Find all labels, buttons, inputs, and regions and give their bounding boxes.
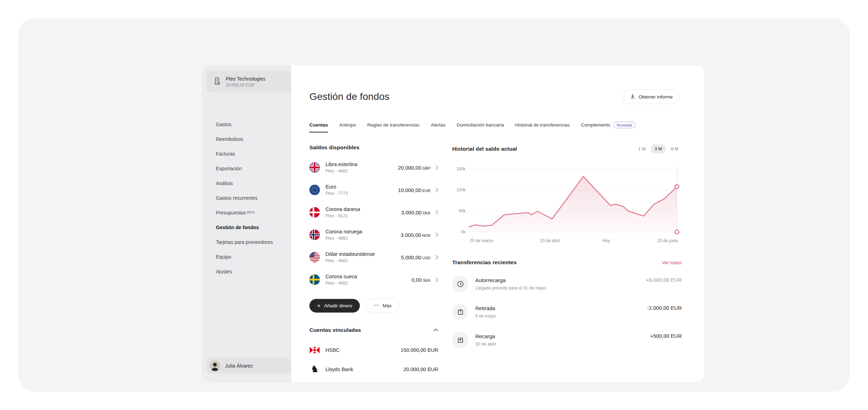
beta-tag: BETA — [247, 211, 255, 214]
deposit-icon — [452, 332, 468, 348]
app-canvas: Pleo Technologies 20.000,00 EUR Gastos R… — [18, 18, 850, 392]
account-amount: 0,00SEK — [412, 277, 430, 283]
range-6m[interactable]: 6 M — [667, 144, 682, 153]
add-money-button[interactable]: + Añadir dinero — [309, 299, 360, 313]
sidebar-item-analisis[interactable]: Análisis — [202, 176, 291, 191]
org-name: Pleo Technologies — [226, 76, 265, 82]
tab-reglas-de-transferencias[interactable]: Reglas de transferencias — [367, 122, 419, 128]
account-row-gbp[interactable]: Libra esterlina Pleo - 4682 20.000,00GBP — [309, 156, 438, 179]
svg-text:0k: 0k — [461, 230, 466, 234]
withdraw-icon — [452, 304, 468, 320]
account-sub: Pleo - 7773 — [326, 191, 348, 196]
building-icon — [212, 76, 222, 87]
svg-text:150k: 150k — [456, 166, 466, 171]
chart-end-marker — [675, 185, 679, 189]
svg-text:50k: 50k — [459, 209, 466, 213]
chart-end-marker — [675, 230, 679, 234]
account-row-sek[interactable]: Corona sueca Pleo - 4682 0,00SEK — [309, 268, 438, 291]
sidebar-item-equipo[interactable]: Equipo — [202, 250, 291, 264]
chevron-up-icon[interactable] — [433, 329, 438, 332]
transfer-row-recarga[interactable]: Recarga 30 de abril +500,00 EUR — [452, 326, 682, 354]
account-row-dkk[interactable]: Corona danesa Pleo - 9121 3.000,00DKK — [309, 201, 438, 224]
transfer-title: Retirada — [475, 305, 496, 311]
chart-header: Historial del saldo actual 1 M 3 M 6 M — [452, 144, 682, 153]
tab-alertas[interactable]: Alertas — [431, 122, 446, 128]
account-amount: 5.000,00USD — [401, 254, 430, 260]
bank-row-hsbc[interactable]: HSBC 150.000,00 EUR — [309, 340, 438, 360]
chevron-right-icon — [435, 165, 438, 170]
sidebar-item-presupuestos[interactable]: PresupuestosBETA — [202, 205, 291, 220]
sidebar-item-gastos[interactable]: Gastos — [202, 117, 291, 132]
currency-code: EUR — [422, 189, 430, 193]
currency-code: USD — [422, 256, 430, 260]
chevron-right-icon — [435, 187, 438, 192]
transfer-amount: -2.000,00 EUR — [647, 305, 682, 311]
app-window: Pleo Technologies 20.000,00 EUR Gastos R… — [202, 66, 704, 382]
account-name: Corona sueca — [326, 274, 357, 279]
currency-code: GBP — [422, 166, 430, 170]
screen: Pleo Technologies 20.000,00 EUR Gastos R… — [0, 0, 868, 410]
account-amount: 10.000,00EUR — [398, 187, 430, 193]
sidebar-item-ajustes[interactable]: Ajustes — [202, 264, 291, 279]
account-row-eur[interactable]: Euro Pleo - 7773 10.000,00EUR — [309, 179, 438, 201]
sidebar-item-exportacion[interactable]: Exportación — [202, 161, 291, 176]
range-3m[interactable]: 3 M — [651, 144, 665, 153]
bank-row-lloyds[interactable]: ♞ Lloyds Bank 20.000,00 EUR — [309, 360, 438, 379]
user-menu[interactable]: Julia Álvarez — [206, 358, 291, 374]
chevron-right-icon — [435, 210, 438, 215]
clock-icon — [452, 276, 468, 292]
chevron-right-icon — [435, 255, 438, 260]
transfers-title: Transferencias recientes — [452, 259, 517, 266]
org-balance: 20.000,00 EUR — [226, 83, 265, 88]
balances-column: Saldos disponibles — [309, 144, 438, 379]
denmark-flag-icon — [309, 207, 320, 218]
view-all-link[interactable]: Ver todas — [662, 260, 682, 265]
tab-bar: Cuentas Anticipo Reglas de transferencia… — [309, 122, 636, 129]
transfer-sub: Llegada prevista para el 31 de mayo — [475, 286, 546, 291]
balance-chart: 150k100k50k0k20 de marzo20 de abrilHoy20… — [452, 160, 682, 245]
sidebar: Pleo Technologies 20.000,00 EUR Gastos R… — [202, 66, 291, 382]
currency-code: DKK — [422, 211, 430, 215]
bank-list: HSBC 150.000,00 EUR ♞ Lloyds Bank 20.000… — [309, 340, 438, 379]
novedad-badge: Novedad — [613, 122, 636, 128]
sidebar-item-tarjetas-proveedores[interactable]: Tarjetas para proveedores — [202, 235, 291, 250]
transfers-header: Transferencias recientes Ver todas — [452, 259, 682, 266]
account-row-nok[interactable]: Corona noruega Pleo - 4682 3.000,00NOK — [309, 224, 438, 246]
user-name: Julia Álvarez — [225, 363, 253, 369]
tab-complemento[interactable]: Complemento Novedad — [581, 122, 636, 129]
currency-code: SEK — [423, 278, 430, 282]
linked-accounts-header: Cuentas vinculadas — [309, 327, 438, 333]
sidebar-item-gastos-recurrentes[interactable]: Gastos recurrentes — [202, 191, 291, 205]
bank-name: HSBC — [326, 347, 340, 353]
account-row-usd[interactable]: Dólar estadounidense Pleo - 4682 5.000,0… — [309, 246, 438, 268]
tab-historial-de-transferencias[interactable]: Historial de transferencias — [515, 122, 570, 128]
download-icon — [630, 94, 635, 100]
chevron-right-icon — [435, 232, 438, 237]
tab-domiciliacion-bancaria[interactable]: Domiciliación bancaria — [457, 122, 504, 128]
tab-cuentas[interactable]: Cuentas — [309, 122, 328, 128]
org-texts: Pleo Technologies 20.000,00 EUR — [226, 76, 265, 88]
org-switcher[interactable]: Pleo Technologies 20.000,00 EUR — [206, 71, 291, 93]
tab-anticipo[interactable]: Anticipo — [339, 122, 356, 128]
sidebar-item-gestion-de-fondos[interactable]: Gestión de fondos — [202, 220, 291, 235]
get-report-button[interactable]: Obtener informe — [623, 89, 680, 104]
account-name: Corona noruega — [326, 229, 362, 234]
page-title: Gestión de fondos — [309, 91, 390, 102]
transfer-sub: 5 de mayo — [475, 314, 496, 319]
sidebar-item-reembolsos[interactable]: Reembolsos — [202, 132, 291, 146]
transfer-row-autorrecarga[interactable]: Autorrecarga Llegada prevista para el 31… — [452, 270, 682, 298]
sidebar-item-facturas[interactable]: Facturas — [202, 146, 291, 161]
range-selector: 1 M 3 M 6 M — [635, 144, 682, 153]
transfer-row-retirada[interactable]: Retirada 5 de mayo -2.000,00 EUR — [452, 298, 682, 326]
range-1m[interactable]: 1 M — [635, 144, 649, 153]
more-button[interactable]: ··· Más — [366, 299, 399, 313]
account-sub: Pleo - 4682 — [326, 236, 362, 241]
transfer-title: Autorrecarga — [475, 277, 546, 283]
account-name: Euro — [326, 184, 348, 190]
balances-title: Saldos disponibles — [309, 144, 438, 151]
account-sub: Pleo - 4682 — [326, 281, 357, 286]
chart-wrap: 150k100k50k0k20 de marzo20 de abrilHoy20… — [452, 160, 682, 245]
transfers-list: Autorrecarga Llegada prevista para el 31… — [452, 270, 682, 354]
history-column: Historial del saldo actual 1 M 3 M 6 M — [452, 144, 682, 354]
chart-title: Historial del saldo actual — [452, 146, 517, 152]
